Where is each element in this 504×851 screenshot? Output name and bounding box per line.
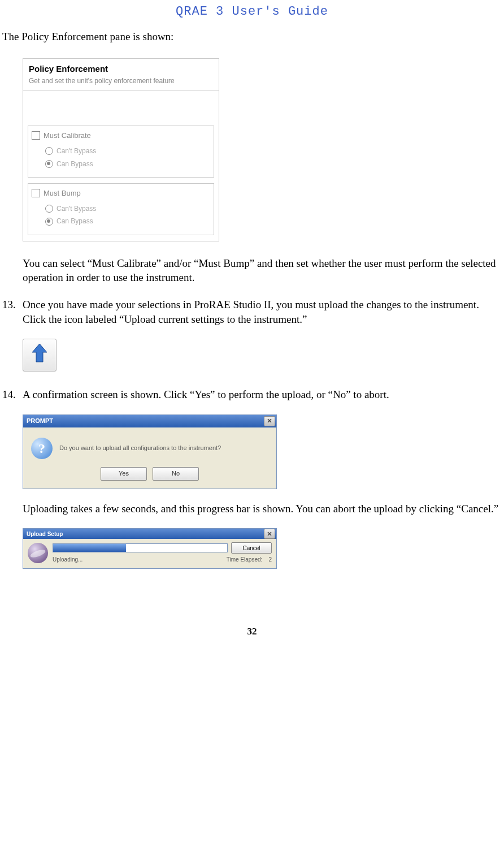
upload-orb-icon (28, 543, 48, 563)
policy-enforcement-pane: Policy Enforcement Get and set the unit'… (23, 58, 219, 241)
pane-title: Policy Enforcement (23, 59, 219, 76)
upload-status-text: Uploading... (53, 556, 82, 564)
upload-arrow-icon (30, 343, 49, 368)
step-13-number: 13. (2, 297, 23, 326)
page-title: QRAE 3 User's Guide (2, 0, 502, 29)
bump-can-bypass-label: Can Bypass (57, 217, 93, 226)
must-bump-group: Must Bump Can't Bypass Can Bypass (28, 183, 214, 235)
calibrate-can-bypass-radio[interactable] (45, 160, 53, 168)
paragraph-uploading-note: Uploading takes a few seconds, and this … (23, 502, 502, 516)
time-elapsed-label: Time Elapsed: (227, 556, 263, 563)
no-button[interactable]: No (153, 467, 199, 481)
bump-cant-bypass-label: Can't Bypass (57, 204, 96, 213)
upload-setup-dialog: Upload Setup Cancel (23, 528, 277, 569)
yes-button[interactable]: Yes (101, 467, 147, 481)
pane-subtitle: Get and set the unit's policy enforcemen… (23, 76, 219, 90)
step-14-number: 14. (2, 387, 23, 402)
must-bump-label: Must Bump (44, 188, 81, 198)
bump-can-bypass-radio[interactable] (45, 218, 53, 226)
progress-bar (53, 543, 228, 552)
must-calibrate-checkbox[interactable] (32, 131, 40, 140)
upload-setup-close-button[interactable] (264, 529, 275, 539)
upload-setup-title: Upload Setup (27, 530, 63, 538)
bump-cant-bypass-radio[interactable] (45, 205, 53, 213)
close-icon (267, 417, 272, 425)
progress-bar-fill (53, 544, 126, 552)
must-calibrate-label: Must Calibrate (44, 131, 91, 141)
intro-text: The Policy Enforcement pane is shown: (2, 29, 502, 44)
prompt-dialog: PROMPT ? Do you want to upload all confi… (23, 414, 277, 489)
paragraph-select-note: You can select “Must Calibrate” and/or “… (23, 256, 502, 285)
prompt-message: Do you want to upload all configurations… (59, 444, 221, 452)
must-calibrate-group: Must Calibrate Can't Bypass Can Bypass (28, 126, 214, 178)
question-icon: ? (31, 438, 53, 459)
time-elapsed-value: 2 (268, 556, 272, 563)
calibrate-cant-bypass-label: Can't Bypass (57, 146, 96, 155)
must-bump-checkbox[interactable] (32, 189, 40, 197)
calibrate-can-bypass-label: Can Bypass (57, 159, 93, 169)
step-13-text: Once you have made your selections in Pr… (23, 297, 502, 326)
prompt-title: PROMPT (27, 417, 53, 425)
close-button[interactable] (264, 416, 275, 426)
calibrate-cant-bypass-radio[interactable] (45, 147, 53, 155)
close-icon (267, 530, 272, 538)
step-14-text: A confirmation screen is shown. Click “Y… (23, 387, 502, 402)
upload-button[interactable] (23, 339, 57, 371)
cancel-button[interactable]: Cancel (231, 542, 272, 554)
page-number: 32 (2, 625, 502, 638)
